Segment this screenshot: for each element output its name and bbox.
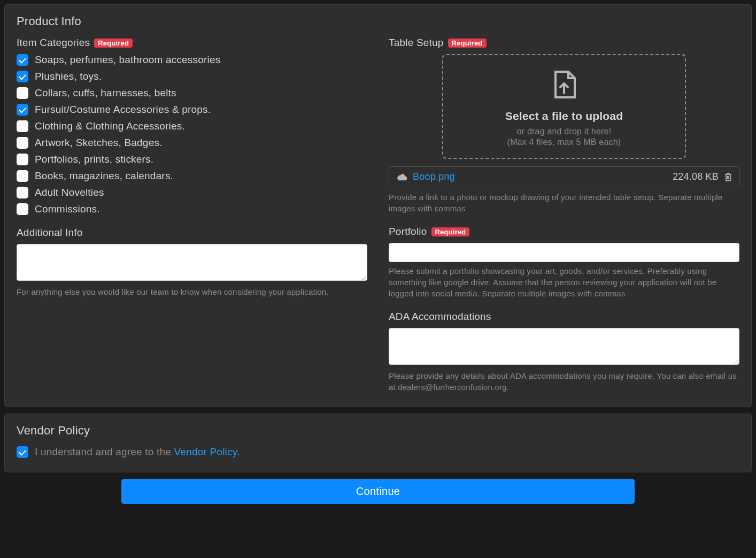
vendor-policy-prefix: I understand and agree to the (35, 446, 174, 457)
category-label: Fursuit/Costume Accessories & props. (35, 104, 211, 116)
category-label: Collars, cuffs, harnesses, belts (35, 87, 176, 99)
category-checkbox[interactable] (17, 104, 28, 116)
category-label: Artwork, Sketches, Badges. (35, 137, 163, 149)
category-checkbox[interactable] (17, 71, 28, 82)
portfolio-help: Please submit a portfolio showcasing you… (389, 265, 739, 299)
continue-button[interactable]: Continue (121, 479, 635, 504)
portfolio-label: Portfolio (389, 226, 427, 238)
ada-help: Please provide any details about ADA acc… (389, 370, 739, 393)
table-setup-label-row: Table Setup Required (389, 37, 739, 49)
category-row[interactable]: Fursuit/Costume Accessories & props. (17, 104, 367, 116)
required-badge: Required (94, 39, 133, 48)
category-row[interactable]: Books, magazines, calendars. (17, 170, 367, 182)
vendor-policy-link[interactable]: Vendor Policy (174, 446, 237, 457)
uploaded-file-name[interactable]: Boop.png (413, 171, 667, 182)
category-row[interactable]: Clothing & Clothing Accessories. (17, 120, 367, 132)
item-categories-label-row: Item Categories Required (17, 37, 367, 49)
item-categories-list: Soaps, perfumes, bathroom accessoriesPlu… (17, 54, 367, 215)
table-setup-label: Table Setup (389, 37, 444, 49)
category-checkbox[interactable] (17, 54, 28, 66)
category-row[interactable]: Adult Novelties (17, 187, 367, 198)
continue-row: Continue (4, 479, 752, 509)
required-badge: Required (448, 39, 487, 48)
ada-label: ADA Accommodations (389, 311, 739, 323)
vendor-policy-agree-row[interactable]: I understand and agree to the Vendor Pol… (17, 446, 739, 458)
vendor-policy-suffix: . (237, 446, 240, 457)
category-label: Plushies, toys. (35, 71, 102, 82)
category-checkbox[interactable] (17, 154, 28, 165)
upload-dropzone[interactable]: Select a file to upload or drag and drop… (442, 54, 686, 159)
product-info-heading: Product Info (17, 14, 739, 28)
dropzone-limit: (Max 4 files, max 5 MB each) (454, 137, 674, 147)
vendor-policy-text: I understand and agree to the Vendor Pol… (35, 446, 240, 458)
table-setup-help: Provide a link to a photo or mockup draw… (389, 192, 739, 214)
uploaded-file-list: Boop.png224.08 KB (389, 166, 739, 187)
product-info-panel: Product Info Item Categories Required So… (4, 4, 752, 407)
category-checkbox[interactable] (17, 87, 28, 99)
item-categories-label: Item Categories (17, 37, 90, 49)
category-label: Adult Novelties (35, 187, 104, 198)
category-row[interactable]: Soaps, perfumes, bathroom accessories (17, 54, 367, 66)
vendor-policy-heading: Vendor Policy (17, 424, 739, 438)
category-row[interactable]: Artwork, Sketches, Badges. (17, 137, 367, 149)
trash-icon[interactable] (724, 172, 732, 182)
category-row[interactable]: Collars, cuffs, harnesses, belts (17, 87, 367, 99)
category-checkbox[interactable] (17, 137, 28, 149)
category-checkbox[interactable] (17, 187, 28, 198)
portfolio-label-row: Portfolio Required (389, 226, 739, 238)
category-row[interactable]: Plushies, toys. (17, 71, 367, 82)
vendor-policy-checkbox[interactable] (17, 446, 28, 458)
left-column: Item Categories Required Soaps, perfumes… (17, 37, 367, 393)
cloud-icon (396, 173, 407, 181)
ada-textarea[interactable] (389, 328, 739, 365)
right-column: Table Setup Required Select a file to up… (389, 37, 739, 393)
category-row[interactable]: Portfolios, prints, stickers. (17, 154, 367, 165)
uploaded-file-size: 224.08 KB (673, 171, 719, 182)
additional-info-textarea[interactable] (17, 244, 367, 281)
additional-info-help: For anything else you would like our tea… (17, 286, 367, 297)
category-label: Clothing & Clothing Accessories. (35, 120, 185, 132)
category-row[interactable]: Commissions. (17, 203, 367, 215)
portfolio-input[interactable] (389, 243, 739, 262)
required-badge: Required (431, 227, 470, 236)
category-checkbox[interactable] (17, 203, 28, 215)
dropzone-subtitle: or drag and drop it here! (454, 127, 674, 136)
category-label: Commissions. (35, 203, 100, 215)
category-checkbox[interactable] (17, 170, 28, 182)
additional-info-label: Additional Info (17, 227, 367, 239)
file-upload-icon (454, 69, 674, 102)
category-checkbox[interactable] (17, 120, 28, 132)
uploaded-file-chip: Boop.png224.08 KB (389, 166, 739, 187)
vendor-policy-panel: Vendor Policy I understand and agree to … (4, 414, 752, 472)
category-label: Books, magazines, calendars. (35, 170, 173, 182)
category-label: Soaps, perfumes, bathroom accessories (35, 54, 220, 66)
dropzone-title: Select a file to upload (454, 110, 674, 123)
category-label: Portfolios, prints, stickers. (35, 154, 153, 165)
